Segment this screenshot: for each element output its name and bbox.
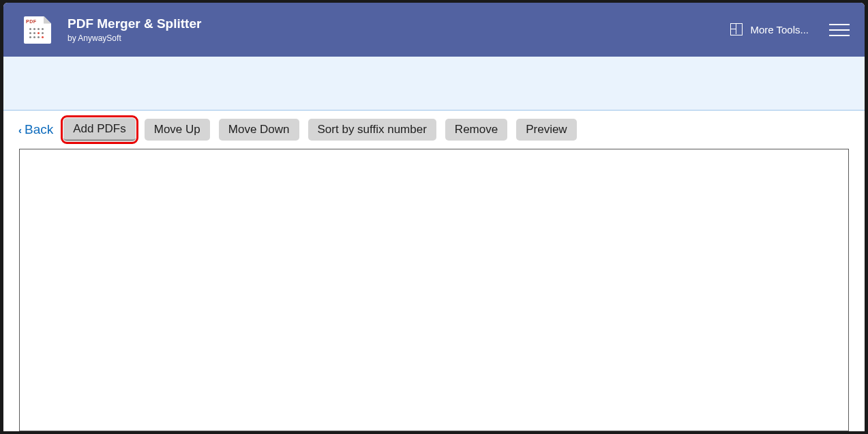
- file-list-panel[interactable]: [19, 149, 849, 431]
- app-title: PDF Merger & Splitter: [68, 16, 201, 32]
- app-header: PDF PDF Merger & Splitter by AnywaySoft …: [3, 3, 865, 57]
- move-up-button[interactable]: Move Up: [145, 119, 210, 141]
- hamburger-menu-button[interactable]: [829, 24, 850, 36]
- app-window: PDF PDF Merger & Splitter by AnywaySoft …: [3, 3, 865, 431]
- move-down-button[interactable]: Move Down: [219, 119, 299, 141]
- sort-by-suffix-button[interactable]: Sort by suffix number: [308, 119, 436, 141]
- app-subtitle: by AnywaySoft: [68, 33, 201, 43]
- remove-button[interactable]: Remove: [445, 119, 507, 141]
- preview-button[interactable]: Preview: [516, 119, 576, 141]
- content-area: [3, 149, 865, 431]
- back-link[interactable]: ‹ Back: [18, 122, 53, 137]
- more-tools-label: More Tools...: [750, 24, 809, 35]
- more-tools-button[interactable]: More Tools...: [730, 23, 809, 36]
- chevron-left-icon: ‹: [18, 124, 22, 136]
- action-toolbar: ‹ Back Add PDFs Move Up Move Down Sort b…: [3, 111, 865, 149]
- add-pdfs-button[interactable]: Add PDFs: [63, 118, 135, 141]
- app-title-block: PDF Merger & Splitter by AnywaySoft: [68, 16, 201, 43]
- grid-icon: [730, 23, 743, 36]
- app-logo-icon: PDF: [24, 16, 51, 44]
- subheader-bar: [3, 57, 865, 111]
- back-label: Back: [25, 122, 53, 137]
